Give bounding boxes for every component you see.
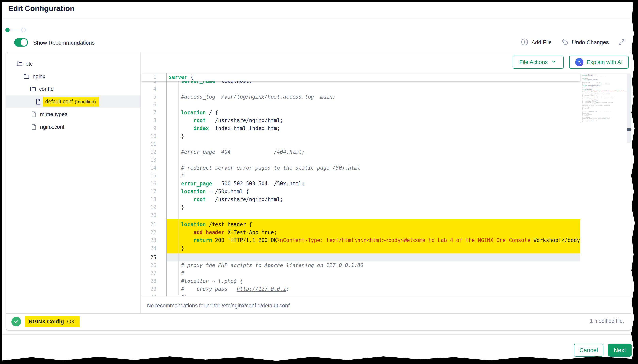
code-content: } (166, 203, 580, 211)
undo-icon (561, 38, 569, 47)
code-content (166, 211, 580, 219)
code-line-13[interactable]: 13 (141, 156, 580, 164)
folder-icon (23, 73, 30, 80)
code-content: #location ~ \.php$ { (166, 277, 580, 285)
status-bar: NGINX Config OK 1 modified file. (6, 314, 631, 330)
code-line-12[interactable]: 12 #error_page 404 /404.html; (141, 148, 580, 156)
code-line-26[interactable]: 26 # proxy the PHP scripts to Apache lis… (141, 261, 580, 269)
show-recommendations-label: Show Recommendations (33, 40, 95, 46)
code-editor[interactable]: 3 server_name localhost;45 #access_log /… (141, 73, 580, 296)
file-tree: etcnginxconf.ddefault.conf(modified)mime… (6, 52, 141, 313)
code-line-6[interactable]: 6 (141, 101, 580, 108)
code-line-22[interactable]: 22 add_header X-Test-App true; (141, 228, 580, 236)
line-number: 4 (141, 85, 166, 93)
code-line-20[interactable]: 20 (141, 211, 580, 219)
code-line-15[interactable]: 15 # (141, 172, 580, 180)
line-number: 6 (141, 101, 166, 108)
expand-button[interactable] (618, 38, 625, 46)
tree-item-mime.types[interactable]: mime.types (6, 108, 140, 120)
indent-guide (178, 81, 179, 295)
code-line-14[interactable]: 14 # redirect server error pages to the … (141, 164, 580, 172)
code-line-11[interactable]: 11 (141, 140, 580, 148)
vertical-scrollbar-track[interactable] (627, 74, 631, 143)
line-number: 12 (141, 148, 166, 156)
code-line-8[interactable]: 8 root /usr/share/nginx/html; (141, 116, 580, 124)
code-content (166, 85, 580, 93)
code-content: # redirect server error pages to the sta… (166, 164, 580, 172)
code-line-19[interactable]: 19 } (141, 203, 580, 211)
code-content: root /usr/share/nginx/html; (166, 196, 580, 203)
tree-item-label: nginx.conf (40, 124, 64, 130)
code-content (166, 252, 580, 254)
line-number: 29 (141, 285, 166, 293)
code-content: server { (166, 73, 193, 81)
code-content: # proxy_pass http://127.0.0.1; (166, 285, 580, 293)
code-content (166, 140, 580, 148)
show-recommendations-toggle[interactable] (14, 38, 28, 46)
status-value: OK (67, 318, 75, 325)
page-title: Edit Configuration (8, 4, 75, 13)
code-line-10[interactable]: 10 } (141, 132, 580, 140)
sticky-code-line-1[interactable]: 1server { (141, 73, 580, 81)
code-line-1[interactable]: 1server { (141, 73, 193, 81)
stepper-connector (10, 30, 21, 30)
code-line-21[interactable]: 21 location /test_header { (141, 220, 580, 228)
code-content: location = /50x.html { (166, 188, 580, 196)
code-content: add_header X-Test-App true; (166, 228, 580, 236)
line-number: 27 (141, 269, 166, 277)
code-content (166, 219, 580, 220)
cancel-button[interactable]: Cancel (574, 344, 603, 357)
tree-item-nginx[interactable]: nginx (6, 70, 140, 83)
code-line-7[interactable]: 7 location / { (141, 108, 580, 116)
undo-changes-button[interactable]: Undo Changes (561, 38, 609, 47)
line-number: 8 (141, 116, 166, 124)
tree-item-conf.d[interactable]: conf.d (6, 83, 140, 95)
code-line-25[interactable]: 25 (141, 254, 580, 261)
add-file-label: Add File (531, 39, 552, 46)
code-line-5[interactable]: 5 #access_log /var/log/nginx/host.access… (141, 93, 580, 101)
code-line-23[interactable]: 23 return 200 'HTTP/1.1 200 OK\nContent-… (141, 236, 580, 244)
tree-item-etc[interactable]: etc (6, 58, 140, 70)
line-number: 11 (141, 140, 166, 148)
code-line-4[interactable]: 4 (141, 85, 580, 93)
line-number: 22 (141, 228, 166, 236)
explain-ai-label: Explain with AI (587, 59, 622, 65)
folder-icon (16, 60, 23, 67)
minimap[interactable]: server { listen 80 default_server; serve… (580, 74, 626, 176)
screenshot-torn-edge-top (0, 0, 638, 2)
modified-file-highlight: default.conf(modified) (43, 97, 99, 106)
code-line-16[interactable]: 16 error_page 500 502 503 504 /50x.html; (141, 180, 580, 188)
file-icon (35, 98, 42, 105)
line-number (141, 219, 166, 220)
vertical-scrollbar-thumb[interactable] (627, 128, 631, 131)
file-actions-button[interactable]: File Actions (512, 56, 563, 69)
next-button[interactable]: Next (608, 344, 632, 357)
code-content (166, 101, 580, 108)
code-highlight-spacer (141, 219, 580, 220)
tree-item-nginx.conf[interactable]: nginx.conf (6, 120, 140, 133)
code-line-24[interactable]: 24 } (141, 244, 580, 252)
code-content (166, 156, 580, 164)
tree-item-default.conf[interactable]: default.conf(modified) (6, 95, 140, 108)
code-line-18[interactable]: 18 root /usr/share/nginx/html; (141, 196, 580, 203)
code-line-17[interactable]: 17 location = /50x.html { (141, 188, 580, 196)
code-line-29[interactable]: 29 # proxy_pass http://127.0.0.1; (141, 285, 580, 293)
code-line-27[interactable]: 27 # (141, 269, 580, 277)
recommendations-divider (141, 296, 631, 296)
line-number: 28 (141, 277, 166, 285)
plus-circle-icon (521, 38, 528, 47)
code-line-28[interactable]: 28 #location ~ \.php$ { (141, 277, 580, 285)
explain-with-ai-button[interactable]: Explain with AI (569, 56, 628, 69)
tree-item-label: mime.types (40, 111, 67, 118)
add-file-button[interactable]: Add File (521, 38, 552, 47)
code-content (166, 254, 580, 261)
line-number: 23 (141, 236, 166, 244)
code-content: error_page 500 502 503 504 /50x.html; (166, 180, 580, 188)
line-number: 7 (141, 108, 166, 116)
code-line-9[interactable]: 9 index index.html index.htm; (141, 124, 580, 132)
screenshot-torn-edge-bottom (0, 355, 638, 364)
line-number: 1 (141, 73, 166, 81)
code-line-30[interactable]: 30 #} (141, 293, 580, 296)
code-content: # proxy the PHP scripts to Apache listen… (166, 261, 580, 269)
screenshot-torn-edge-left (0, 0, 2, 364)
